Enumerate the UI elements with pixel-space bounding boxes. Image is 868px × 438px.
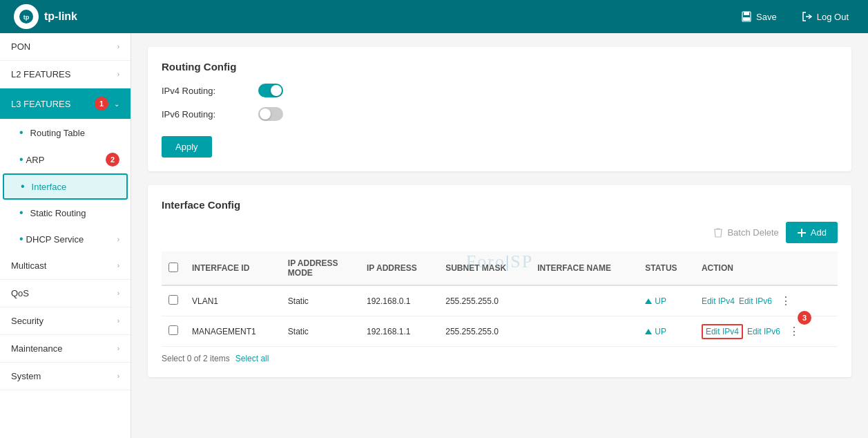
- bullet-icon: •: [19, 207, 23, 219]
- sub-label-interface: Interface: [32, 182, 67, 192]
- sub-label-routing-table: Routing Table: [30, 128, 85, 138]
- cell-mask-1: 255.255.255.0: [438, 285, 530, 316]
- sidebar-label-qos: QoS: [11, 288, 29, 298]
- chevron-down-icon: ⌄: [114, 100, 119, 108]
- sidebar-item-security[interactable]: Security ›: [0, 307, 131, 335]
- sidebar: PON › L2 FEATURES › L3 FEATURES 1 ⌄ • Ro…: [0, 33, 131, 438]
- logout-icon: [802, 11, 813, 22]
- table-header-row: INTERFACE ID IP ADDRESSMODE IP ADDRESS S…: [162, 251, 838, 285]
- apply-button[interactable]: Apply: [162, 136, 212, 158]
- plus-icon: [797, 228, 807, 238]
- cell-action-2: Edit IPv4 Edit IPv6 3 ⋮: [695, 316, 838, 347]
- edit-ipv6-link-2[interactable]: Edit IPv6: [747, 327, 780, 336]
- bullet-icon: •: [21, 180, 25, 193]
- ipv4-routing-toggle[interactable]: [258, 84, 283, 97]
- save-button[interactable]: Save: [735, 8, 782, 25]
- chevron-right-icon: ›: [117, 372, 119, 380]
- cell-status-1: UP: [638, 285, 695, 316]
- sidebar-sub-item-arp[interactable]: • ARP 2: [0, 146, 131, 173]
- sidebar-item-l3features[interactable]: L3 FEATURES 1 ⌄: [0, 88, 131, 120]
- chevron-right-icon: ›: [117, 70, 119, 78]
- ipv6-routing-toggle[interactable]: [258, 107, 283, 121]
- toggle-thumb: [271, 85, 282, 96]
- status-up-icon: [645, 329, 652, 334]
- sidebar-sub-item-routing-table[interactable]: • Routing Table: [0, 120, 131, 146]
- edit-ipv4-link-2[interactable]: Edit IPv4: [702, 324, 743, 339]
- cell-action-1: Edit IPv4 Edit IPv6 ⋮: [695, 285, 838, 316]
- ipv6-routing-label: IPv6 Routing:: [162, 109, 258, 120]
- ipv4-routing-label: IPv4 Routing:: [162, 86, 258, 96]
- chevron-right-icon: ›: [117, 289, 119, 297]
- more-options-1[interactable]: ⋮: [776, 293, 795, 309]
- logout-button[interactable]: Log Out: [796, 8, 854, 25]
- routing-config-card: Routing Config IPv4 Routing: IPv6 Routin…: [148, 47, 851, 171]
- chevron-right-icon: ›: [117, 43, 119, 50]
- sidebar-label-l2features: L2 FEATURES: [11, 69, 70, 79]
- row-checkbox-2[interactable]: [168, 325, 178, 335]
- edit-ipv4-link-1[interactable]: Edit IPv4: [702, 296, 735, 306]
- sub-label-arp: ARP: [26, 155, 45, 165]
- routing-config-title: Routing Config: [162, 61, 838, 73]
- table-row: MANAGEMENT1 Static 192.168.1.1 255.255.2…: [162, 316, 838, 347]
- cell-ip-2: 192.168.1.1: [360, 316, 438, 347]
- sidebar-label-maintenance: Maintenance: [11, 343, 62, 354]
- logo: tp tp-link: [14, 4, 77, 29]
- interface-config-card: Foro|SP Interface Config Batch Delete Ad…: [148, 185, 851, 377]
- cell-mode-2: Static: [281, 316, 360, 347]
- chevron-right-icon: ›: [117, 236, 119, 243]
- badge-2: 2: [106, 153, 119, 166]
- cell-name-2: [530, 316, 638, 347]
- sidebar-item-pon[interactable]: PON ›: [0, 33, 131, 61]
- select-all-link[interactable]: Select all: [235, 354, 269, 363]
- add-label: Add: [811, 227, 827, 238]
- row-checkbox-1[interactable]: [168, 295, 178, 305]
- sidebar-sub-item-dhcp-service[interactable]: • DHCP Service ›: [0, 226, 131, 252]
- main-layout: PON › L2 FEATURES › L3 FEATURES 1 ⌄ • Ro…: [0, 33, 868, 438]
- status-text-1: UP: [655, 296, 666, 306]
- sidebar-label-multicast: Multicast: [11, 260, 46, 271]
- sidebar-sub-item-interface[interactable]: • Interface: [3, 173, 128, 200]
- cell-name-1: [530, 285, 638, 316]
- cell-interface-id-2: MANAGEMENT1: [185, 316, 281, 347]
- sidebar-item-l2features[interactable]: L2 FEATURES ›: [0, 61, 131, 88]
- sidebar-item-system[interactable]: System ›: [0, 363, 131, 390]
- table-row: VLAN1 Static 192.168.0.1 255.255.255.0 U…: [162, 285, 838, 316]
- svg-rect-4: [743, 17, 750, 21]
- sidebar-item-multicast[interactable]: Multicast ›: [0, 252, 131, 280]
- cell-mode-1: Static: [281, 285, 360, 316]
- batch-delete-button[interactable]: Batch Delete: [713, 227, 778, 238]
- chevron-right-icon: ›: [117, 262, 119, 269]
- header-actions: Save Log Out: [735, 8, 854, 25]
- logo-text: tp-link: [44, 10, 77, 23]
- sidebar-label-pon: PON: [11, 41, 30, 52]
- header: tp tp-link Save Log Out: [0, 0, 868, 33]
- sidebar-item-qos[interactable]: QoS ›: [0, 280, 131, 307]
- more-options-2[interactable]: ⋮: [784, 323, 804, 339]
- col-action: ACTION: [695, 251, 838, 285]
- save-label: Save: [756, 12, 777, 22]
- cell-status-2: UP: [638, 316, 695, 347]
- sidebar-item-maintenance[interactable]: Maintenance ›: [0, 335, 131, 363]
- sub-label-static-routing: Static Routing: [30, 208, 86, 218]
- edit-ipv6-link-1[interactable]: Edit IPv6: [739, 296, 772, 306]
- svg-text:tp: tp: [23, 14, 30, 21]
- sub-label-dhcp-service: DHCP Service: [26, 234, 84, 245]
- logo-icon: tp: [14, 4, 39, 29]
- interface-table: INTERFACE ID IP ADDRESSMODE IP ADDRESS S…: [162, 251, 838, 347]
- select-all-checkbox[interactable]: [168, 263, 178, 272]
- cell-interface-id-1: VLAN1: [185, 285, 281, 316]
- col-interface-name: INTERFACE NAME: [530, 251, 638, 285]
- badge-1: 1: [95, 97, 108, 111]
- ipv4-routing-row: IPv4 Routing:: [162, 84, 838, 97]
- sidebar-sub-item-static-routing[interactable]: • Static Routing: [0, 200, 131, 226]
- col-subnet-mask: SUBNET MASK: [438, 251, 530, 285]
- badge-3: 3: [798, 311, 811, 325]
- sidebar-label-security: Security: [11, 316, 44, 326]
- select-count-label: Select 0 of 2 items: [162, 354, 230, 363]
- col-ip-address: IP ADDRESS: [360, 251, 438, 285]
- sidebar-label-system: System: [11, 371, 41, 381]
- add-button[interactable]: Add: [786, 222, 838, 243]
- table-footer: Select 0 of 2 items Select all: [162, 354, 838, 363]
- status-text-2: UP: [655, 327, 666, 336]
- bullet-icon: •: [19, 126, 23, 139]
